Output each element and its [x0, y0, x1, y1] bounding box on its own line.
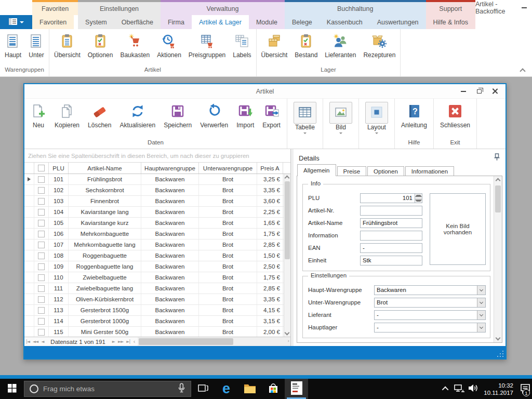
- ribbon-button-labels[interactable]: Labels: [229, 31, 255, 59]
- chevron-down-icon[interactable]: [477, 298, 485, 307]
- details-tab-informationen[interactable]: Informationen: [405, 166, 454, 176]
- toolbar-button-layout[interactable]: Layout: [361, 102, 392, 134]
- artikel-nr-input[interactable]: [360, 206, 422, 216]
- row-checkbox[interactable]: [34, 316, 49, 326]
- scroll-up-icon[interactable]: [285, 176, 290, 181]
- tab-favoriten[interactable]: Favoriten: [32, 15, 74, 29]
- ribbon-button-unter[interactable]: Unter: [25, 31, 48, 59]
- volume-button[interactable]: [466, 379, 480, 399]
- row-checkbox[interactable]: [34, 250, 49, 261]
- ribbon-button-optionen[interactable]: Optionen: [84, 31, 117, 59]
- search-input[interactable]: Frag mich etwas: [24, 381, 191, 397]
- column-header-unterwarengruppe[interactable]: Unterwarengruppe: [199, 163, 257, 174]
- ribbon-button-übersicht[interactable]: Übersicht: [50, 31, 84, 59]
- plu-input[interactable]: [360, 193, 422, 203]
- network-button[interactable]: [453, 379, 466, 399]
- toolbar-button-schliessen[interactable]: Schliessen: [436, 102, 474, 129]
- row-checkbox[interactable]: [34, 272, 49, 283]
- tab-hilfe-infos[interactable]: Hilfe & Infos: [426, 15, 475, 29]
- tray-expand-button[interactable]: [439, 379, 453, 399]
- row-checkbox[interactable]: [34, 327, 49, 337]
- details-tab-optionen[interactable]: Optionen: [367, 166, 404, 176]
- table-row[interactable]: 107Mehrkornbaguette langBackwarenBrot2,8…: [24, 240, 284, 250]
- toolbar-button-anleitung[interactable]: ?Anleitung: [397, 102, 431, 129]
- details-tab-allgemein[interactable]: Allgemein: [297, 164, 336, 176]
- table-row[interactable]: 110ZwiebelbaguetteBackwarenBrot1,75 €: [24, 272, 284, 283]
- spinner-buttons[interactable]: [415, 194, 422, 203]
- tab-kassenbuch[interactable]: Kassenbuch: [320, 15, 370, 29]
- toolbar-button-aktualisieren[interactable]: Aktualisieren: [115, 102, 159, 129]
- chevron-down-icon[interactable]: [477, 311, 485, 320]
- task-view-button[interactable]: [191, 379, 215, 399]
- select-all-checkbox[interactable]: [34, 163, 49, 174]
- details-tab-preise[interactable]: Preise: [337, 166, 367, 176]
- grid-horizontal-scrollbar[interactable]: ›: [138, 337, 290, 346]
- tab-oberfläche[interactable]: Oberfläche: [114, 15, 161, 29]
- row-checkbox[interactable]: [34, 207, 49, 217]
- row-checkbox[interactable]: [34, 174, 49, 184]
- row-checkbox[interactable]: [34, 185, 49, 195]
- ribbon-button-bestand[interactable]: Bestand: [291, 31, 321, 59]
- row-checkbox[interactable]: [34, 218, 49, 228]
- table-row[interactable]: 104Kaviarstange langBackwarenBrot2,25 €: [24, 207, 284, 218]
- column-header-hauptwarengruppe[interactable]: Hauptwarengruppe: [141, 163, 199, 174]
- row-checkbox[interactable]: [34, 229, 49, 239]
- tab-artikel-lager[interactable]: Artikel & Lager: [192, 15, 249, 29]
- table-row[interactable]: 114Gersterbrot 1000gBackwarenBrot3,15 €: [24, 316, 284, 327]
- table-row[interactable]: 106MehrkornbaguetteBackwarenBrot1,75 €: [24, 229, 284, 240]
- ribbon-button-aktionen[interactable]: Aktionen: [153, 31, 185, 59]
- chevron-down-icon[interactable]: [477, 323, 485, 332]
- information-input[interactable]: [360, 231, 422, 241]
- table-row[interactable]: 102SechskornbrotBackwarenBrot3,35 €: [24, 185, 284, 196]
- haupt-warengruppe-dropdown[interactable]: Backwaren: [374, 285, 486, 295]
- pin-icon[interactable]: [494, 153, 500, 163]
- scrollbar-thumb[interactable]: [285, 181, 290, 259]
- tab-belege[interactable]: Belege: [285, 15, 320, 29]
- artikel-minimize-button[interactable]: [456, 85, 471, 98]
- table-row[interactable]: 108RoggenbaguetteBackwarenBrot1,50 €: [24, 250, 284, 261]
- ribbon-button-rezepturen[interactable]: Rezepturen: [360, 31, 399, 59]
- action-center-button[interactable]: 1: [518, 379, 532, 399]
- scroll-up-icon[interactable]: [496, 178, 501, 183]
- column-header-artikel-name[interactable]: Artikel-Name: [69, 163, 141, 174]
- tab-firma[interactable]: Firma: [161, 15, 192, 29]
- toolbar-button-speichern[interactable]: Speichern: [159, 102, 196, 129]
- row-checkbox[interactable]: [34, 294, 49, 304]
- toolbar-button-tabelle[interactable]: Tabelle: [289, 102, 321, 134]
- ean-input[interactable]: [360, 243, 422, 253]
- tab-module[interactable]: Module: [249, 15, 285, 29]
- scrollbar-thumb[interactable]: [139, 338, 234, 345]
- row-checkbox[interactable]: [34, 305, 49, 315]
- toolbar-button-kopieren[interactable]: Kopieren: [50, 102, 84, 129]
- ribbon-button-übersicht[interactable]: Übersicht: [258, 31, 291, 59]
- table-row[interactable]: 109Roggenbaguette langBackwarenBrot2,50 …: [24, 261, 284, 272]
- scroll-right-button[interactable]: ›: [287, 338, 289, 343]
- spin-up-icon[interactable]: [415, 194, 422, 198]
- scrollbar-thumb[interactable]: [495, 185, 501, 212]
- row-checkbox[interactable]: [34, 196, 49, 206]
- nav-prior-button[interactable]: ◄: [39, 339, 45, 344]
- store-button[interactable]: [261, 379, 285, 399]
- scroll-down-icon[interactable]: [496, 336, 501, 341]
- ribbon-button-haupt[interactable]: Haupt: [1, 31, 25, 59]
- details-vertical-scrollbar[interactable]: [494, 176, 502, 342]
- nav-next-page-button[interactable]: ►►: [116, 339, 125, 344]
- artikel-name-input[interactable]: [360, 218, 422, 228]
- app-menu-button[interactable]: [0, 15, 32, 29]
- nav-first-button[interactable]: |◄: [24, 339, 31, 344]
- start-button[interactable]: [0, 379, 24, 399]
- tab-auswertungen[interactable]: Auswertungen: [370, 15, 426, 29]
- lieferant-dropdown[interactable]: -: [374, 310, 486, 320]
- row-checkbox[interactable]: [34, 283, 49, 294]
- grid-vertical-scrollbar[interactable]: [284, 174, 290, 337]
- file-explorer-button[interactable]: [238, 379, 261, 399]
- row-checkbox[interactable]: [34, 240, 49, 250]
- artikel-maximize-button[interactable]: [471, 85, 487, 98]
- unter-warengruppe-dropdown[interactable]: Brot: [374, 298, 486, 308]
- table-row[interactable]: 112Oliven-KürbiskernbrotBackwarenBrot3,3…: [24, 294, 284, 305]
- artikel-close-button[interactable]: [487, 85, 502, 98]
- table-row[interactable]: 105Kaviarstange kurzBackwarenBrot1,65 €: [24, 218, 284, 229]
- table-row[interactable]: 101FrühlingsbrotBackwarenBrot3,25 €: [24, 174, 284, 185]
- backoffice-app-taskbar-button[interactable]: [285, 379, 308, 399]
- column-header-plu[interactable]: PLU: [49, 163, 69, 174]
